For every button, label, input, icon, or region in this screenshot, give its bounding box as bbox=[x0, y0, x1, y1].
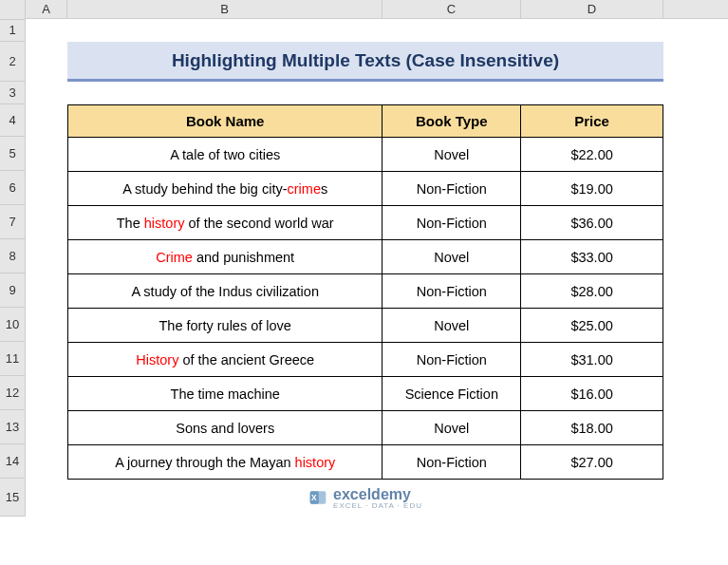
cell[interactable]: Non-Fiction bbox=[383, 343, 521, 377]
row-headers: 123456789101112131415 bbox=[0, 19, 26, 517]
watermark-footer: X exceldemy EXCEL · DATA · EDU bbox=[67, 479, 663, 517]
cell[interactable]: $27.00 bbox=[521, 445, 663, 480]
brand-name: exceldemy bbox=[333, 486, 422, 503]
row-header-2[interactable]: 2 bbox=[0, 42, 25, 82]
row-header-4[interactable]: 4 bbox=[0, 104, 25, 137]
cell[interactable]: $31.00 bbox=[521, 343, 663, 377]
brand-tagline: EXCEL · DATA · EDU bbox=[333, 501, 422, 510]
column-header-b[interactable]: B bbox=[67, 0, 383, 18]
sheet-title: Highlighting Multiple Texts (Case Insens… bbox=[67, 42, 663, 82]
table-row: The forty rules of loveNovel$25.00 bbox=[68, 309, 663, 343]
cell[interactable]: Crime and punishment bbox=[68, 240, 383, 274]
cell[interactable]: $22.00 bbox=[521, 138, 663, 172]
select-all-corner[interactable] bbox=[0, 0, 26, 20]
table-row: A tale of two citiesNovel$22.00 bbox=[68, 138, 663, 172]
cell[interactable]: A study of the Indus civilization bbox=[68, 274, 383, 309]
cell[interactable]: $28.00 bbox=[521, 274, 663, 309]
column-header-d[interactable]: D bbox=[521, 0, 663, 18]
title-text: Highlighting Multiple Texts (Case Insens… bbox=[172, 50, 559, 71]
row-header-10[interactable]: 10 bbox=[0, 308, 25, 342]
highlighted-text: crime bbox=[288, 181, 321, 197]
row-header-11[interactable]: 11 bbox=[0, 342, 25, 376]
row-header-13[interactable]: 13 bbox=[0, 410, 25, 444]
cell[interactable]: Novel bbox=[383, 138, 521, 172]
data-table: Book NameBook TypePrice A tale of two ci… bbox=[67, 104, 663, 480]
cell[interactable]: $18.00 bbox=[521, 411, 663, 445]
cell[interactable]: Non-Fiction bbox=[383, 206, 521, 240]
cell[interactable]: Non-Fiction bbox=[383, 172, 521, 206]
row-header-12[interactable]: 12 bbox=[0, 376, 25, 410]
cell[interactable]: $19.00 bbox=[521, 172, 663, 206]
cell[interactable]: History of the ancient Greece bbox=[68, 343, 383, 377]
highlighted-text: history bbox=[295, 455, 336, 470]
table-header[interactable]: Book Name bbox=[68, 105, 383, 138]
table-header[interactable]: Book Type bbox=[383, 105, 521, 138]
excel-icon: X bbox=[308, 488, 327, 507]
table-header[interactable]: Price bbox=[521, 105, 663, 138]
column-header-a[interactable]: A bbox=[26, 0, 67, 18]
cell[interactable]: $36.00 bbox=[521, 206, 663, 240]
row-header-15[interactable]: 15 bbox=[0, 479, 25, 517]
cell[interactable]: The history of the second world war bbox=[68, 206, 383, 240]
row-header-14[interactable]: 14 bbox=[0, 444, 25, 479]
column-headers: ABCD bbox=[26, 0, 728, 19]
sheet-content: Highlighting Multiple Texts (Case Insens… bbox=[26, 19, 728, 517]
brand-block: exceldemy EXCEL · DATA · EDU bbox=[333, 486, 422, 510]
cell[interactable]: $16.00 bbox=[521, 377, 663, 411]
table-row: The history of the second world warNon-F… bbox=[68, 206, 663, 240]
row-header-1[interactable]: 1 bbox=[0, 19, 25, 42]
row-header-9[interactable]: 9 bbox=[0, 273, 25, 308]
cell[interactable]: A tale of two cities bbox=[68, 138, 383, 172]
table-row: Crime and punishmentNovel$33.00 bbox=[68, 240, 663, 274]
table-row: Sons and loversNovel$18.00 bbox=[68, 411, 663, 445]
cell[interactable]: The time machine bbox=[68, 377, 383, 411]
table-row: A journey through the Mayan historyNon-F… bbox=[68, 445, 663, 480]
cell[interactable]: $25.00 bbox=[521, 309, 663, 343]
row-header-6[interactable]: 6 bbox=[0, 171, 25, 205]
table-row: A study of the Indus civilizationNon-Fic… bbox=[68, 274, 663, 309]
row-header-5[interactable]: 5 bbox=[0, 137, 25, 171]
row-header-3[interactable]: 3 bbox=[0, 82, 25, 104]
cell[interactable]: Non-Fiction bbox=[383, 445, 521, 480]
cell[interactable]: Sons and lovers bbox=[68, 411, 383, 445]
svg-text:X: X bbox=[311, 493, 317, 502]
row-header-7[interactable]: 7 bbox=[0, 205, 25, 239]
row-header-8[interactable]: 8 bbox=[0, 239, 25, 273]
cell[interactable]: A journey through the Mayan history bbox=[68, 445, 383, 480]
cell[interactable]: Science Fiction bbox=[383, 377, 521, 411]
highlighted-text: Crime bbox=[156, 250, 193, 265]
cell[interactable]: Novel bbox=[383, 240, 521, 274]
table-row: The time machineScience Fiction$16.00 bbox=[68, 377, 663, 411]
column-header-c[interactable]: C bbox=[383, 0, 521, 18]
highlighted-text: History bbox=[136, 352, 178, 367]
spreadsheet-view: ABCD 123456789101112131415 Highlighting … bbox=[0, 0, 728, 565]
highlighted-text: history bbox=[144, 216, 185, 231]
cell[interactable]: The forty rules of love bbox=[68, 309, 383, 343]
table-row: A study behind the big city-crimesNon-Fi… bbox=[68, 172, 663, 206]
cell[interactable]: Non-Fiction bbox=[383, 274, 521, 309]
cell[interactable]: $33.00 bbox=[521, 240, 663, 274]
cell[interactable]: Novel bbox=[383, 411, 521, 445]
table-row: History of the ancient GreeceNon-Fiction… bbox=[68, 343, 663, 377]
cell[interactable]: A study behind the big city-crimes bbox=[68, 172, 383, 206]
cell[interactable]: Novel bbox=[383, 309, 521, 343]
